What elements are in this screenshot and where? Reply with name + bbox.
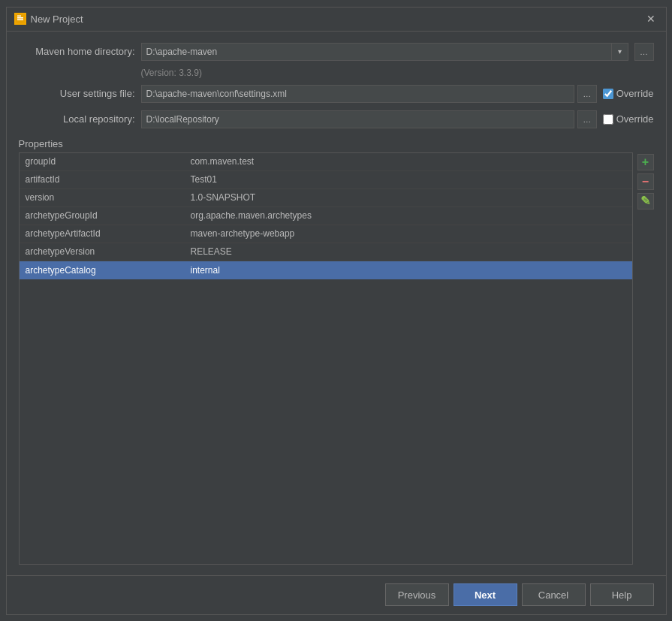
local-repo-override-checkbox[interactable]: [603, 114, 613, 125]
table-row[interactable]: artifactIdTest01: [20, 171, 632, 189]
maven-home-input-group: ▾: [141, 43, 628, 61]
property-value: Test01: [185, 174, 632, 185]
svg-rect-1: [17, 17, 23, 19]
maven-home-row: Maven home directory: ▾ …: [19, 42, 654, 62]
local-repo-override-group: Override: [603, 113, 654, 125]
user-settings-input-group: …: [141, 85, 597, 103]
local-repo-input-group: …: [141, 110, 597, 128]
property-value: 1.0-SNAPSHOT: [185, 192, 632, 203]
user-settings-label: User settings file:: [19, 88, 135, 99]
local-repo-label: Local repository:: [19, 113, 135, 125]
maven-home-dropdown-btn[interactable]: ▾: [612, 43, 628, 61]
cancel-label: Cancel: [538, 589, 568, 601]
properties-actions: + − ✎: [637, 152, 654, 565]
version-row: (Version: 3.3.9): [141, 68, 654, 78]
version-text: (Version: 3.3.9): [141, 68, 202, 78]
help-label: Help: [612, 589, 632, 601]
user-settings-browse-btn[interactable]: …: [577, 85, 597, 103]
table-row[interactable]: archetypeCataloginternal: [20, 261, 632, 279]
maven-home-input[interactable]: [141, 43, 612, 61]
title-bar: New Project ✕: [7, 8, 666, 32]
user-settings-override-checkbox[interactable]: [603, 89, 613, 99]
local-repo-browse-btn[interactable]: …: [577, 110, 597, 128]
user-settings-override-label: Override: [616, 88, 654, 99]
svg-rect-2: [17, 20, 23, 21]
next-label: Next: [475, 589, 496, 601]
property-value: com.maven.test: [185, 156, 632, 167]
user-settings-row: User settings file: … Override: [19, 84, 654, 104]
property-value: internal: [185, 265, 632, 276]
dialog-title: New Project: [31, 14, 83, 25]
table-row[interactable]: version1.0-SNAPSHOT: [20, 189, 632, 207]
add-property-button[interactable]: +: [637, 154, 654, 170]
svg-rect-3: [17, 16, 21, 17]
table-row[interactable]: archetypeArtifactIdmaven-archetype-webap…: [20, 225, 632, 243]
properties-table: groupIdcom.maven.testartifactIdTest01ver…: [19, 152, 633, 565]
user-settings-input[interactable]: [141, 85, 574, 103]
table-row[interactable]: archetypeGroupIdorg.apache.maven.archety…: [20, 207, 632, 225]
property-key: version: [20, 192, 185, 203]
new-project-dialog: New Project ✕ Maven home directory: ▾ … …: [6, 7, 667, 615]
property-value: RELEASE: [185, 246, 632, 257]
property-key: archetypeVersion: [20, 246, 185, 257]
property-value: org.apache.maven.archetypes: [185, 210, 632, 221]
dialog-footer: Previous Next Cancel Help: [7, 575, 666, 614]
local-repo-row: Local repository: … Override: [19, 110, 654, 129]
local-repo-input[interactable]: [141, 110, 574, 128]
help-button[interactable]: Help: [590, 583, 654, 606]
maven-home-browse-btn[interactable]: …: [634, 43, 654, 61]
cancel-button[interactable]: Cancel: [522, 583, 586, 606]
dialog-content: Maven home directory: ▾ … (Version: 3.3.…: [7, 32, 666, 575]
close-button[interactable]: ✕: [643, 11, 658, 26]
next-button[interactable]: Next: [454, 583, 517, 606]
property-value: maven-archetype-webapp: [185, 228, 632, 239]
local-repo-override-label: Override: [616, 113, 654, 125]
properties-container: groupIdcom.maven.testartifactIdTest01ver…: [19, 152, 654, 565]
previous-label: Previous: [398, 589, 436, 601]
title-bar-left: New Project: [14, 13, 83, 25]
table-row[interactable]: archetypeVersionRELEASE: [20, 243, 632, 261]
property-key: archetypeGroupId: [20, 210, 185, 221]
property-key: archetypeCatalog: [20, 265, 185, 276]
table-row[interactable]: groupIdcom.maven.test: [20, 153, 632, 171]
edit-property-button[interactable]: ✎: [637, 193, 654, 210]
dialog-icon: [14, 13, 26, 25]
user-settings-override-group: Override: [603, 88, 654, 99]
remove-property-button[interactable]: −: [637, 173, 654, 190]
property-key: groupId: [20, 156, 185, 167]
previous-button[interactable]: Previous: [385, 583, 449, 606]
maven-home-label: Maven home directory:: [19, 46, 135, 57]
properties-section-label: Properties: [19, 138, 654, 149]
property-key: artifactId: [20, 174, 185, 185]
properties-section: Properties groupIdcom.maven.testartifact…: [19, 138, 654, 565]
property-key: archetypeArtifactId: [20, 228, 185, 239]
